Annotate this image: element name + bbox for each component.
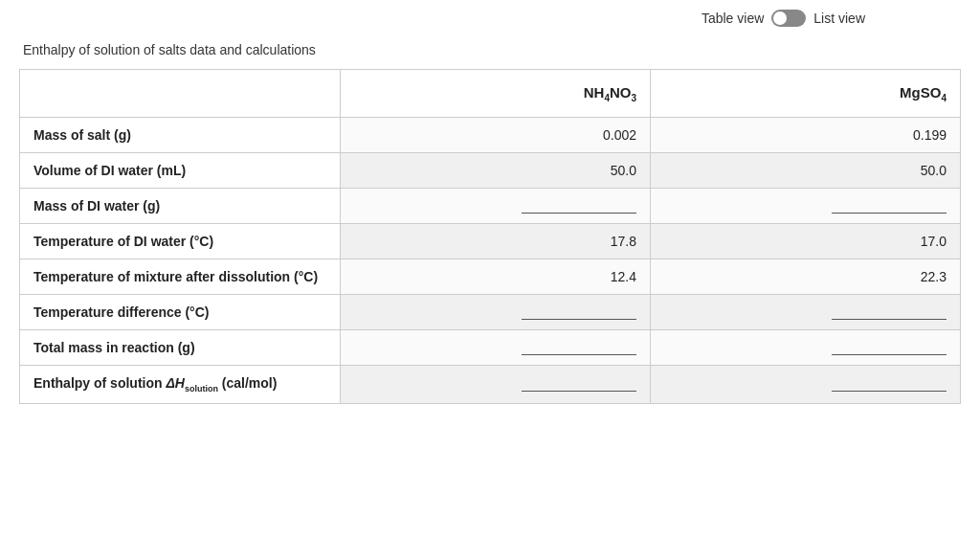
row-label-0: Mass of salt (g): [20, 118, 341, 153]
row-nh4no3-value-4: 12.4: [341, 259, 651, 295]
table-row: Temperature of DI water (°C)17.817.0: [20, 224, 961, 259]
col-label-header: [20, 70, 341, 118]
row-label-1: Volume of DI water (mL): [20, 153, 341, 189]
row-label-3: Temperature of DI water (°C): [20, 224, 341, 259]
table-row: Mass of salt (g)0.0020.199: [20, 118, 961, 153]
table-row: Enthalpy of solution ΔHsolution (cal/mol…: [20, 366, 961, 404]
row-mgso4-value-7: [651, 366, 961, 404]
row-nh4no3-value-1: 50.0: [341, 153, 651, 189]
col-nh4no3-header: NH4NO3: [341, 70, 651, 118]
view-toggle: Table view List view: [702, 10, 865, 27]
row-label-4: Temperature of mixture after dissolution…: [20, 259, 341, 295]
row-nh4no3-value-5: [341, 295, 651, 330]
view-toggle-switch[interactable]: [771, 10, 806, 27]
table-header-row: NH4NO3 MgSO4: [20, 70, 961, 118]
row-label-6: Total mass in reaction (g): [20, 330, 341, 366]
row-nh4no3-value-0: 0.002: [341, 118, 651, 153]
table-view-label: Table view: [702, 11, 764, 26]
table-row: Temperature of mixture after dissolution…: [20, 259, 961, 295]
row-mgso4-value-4: 22.3: [651, 259, 961, 295]
table-row: Temperature difference (°C): [20, 295, 961, 330]
row-nh4no3-value-3: 17.8: [341, 224, 651, 259]
row-mgso4-value-5: [651, 295, 961, 330]
table-row: Volume of DI water (mL)50.050.0: [20, 153, 961, 189]
table-row: Mass of DI water (g): [20, 189, 961, 224]
row-mgso4-value-1: 50.0: [651, 153, 961, 189]
row-nh4no3-value-2: [341, 189, 651, 224]
section-title: Enthalpy of solution of salts data and c…: [23, 42, 961, 57]
row-mgso4-value-2: [651, 189, 961, 224]
row-nh4no3-value-7: [341, 366, 651, 404]
row-mgso4-value-6: [651, 330, 961, 366]
row-label-5: Temperature difference (°C): [20, 295, 341, 330]
list-view-label: List view: [813, 11, 865, 26]
row-nh4no3-value-6: [341, 330, 651, 366]
data-table: NH4NO3 MgSO4 Mass of salt (g)0.0020.199V…: [19, 69, 961, 404]
row-mgso4-value-3: 17.0: [651, 224, 961, 259]
table-row: Total mass in reaction (g): [20, 330, 961, 366]
row-mgso4-value-0: 0.199: [651, 118, 961, 153]
col-mgso4-header: MgSO4: [651, 70, 961, 118]
row-label-7: Enthalpy of solution ΔHsolution (cal/mol…: [20, 366, 341, 404]
row-label-2: Mass of DI water (g): [20, 189, 341, 224]
top-bar: Table view List view: [19, 10, 961, 27]
